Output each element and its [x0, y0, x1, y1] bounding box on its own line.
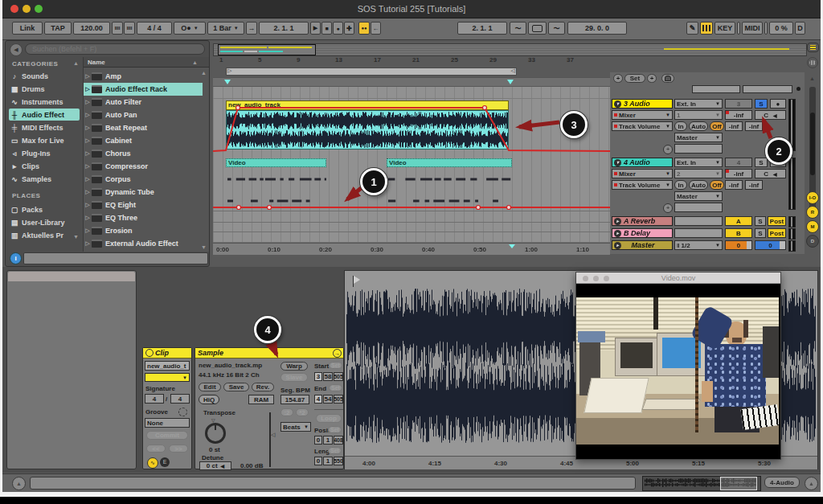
sidebar-item-audio-effect[interactable]: ╫Audio Effect — [9, 109, 80, 121]
expand-icon[interactable]: ▷ — [84, 86, 92, 92]
time-ruler[interactable]: 0:00 0:10 0:20 0:30 0:40 0:50 1:00 1:10 — [213, 243, 610, 255]
returns-section-toggle[interactable]: R — [806, 206, 819, 219]
track4-send-b[interactable]: -inf — [745, 180, 763, 190]
bar-ruler[interactable]: 1 5 9 13 17 21 25 29 33 37 — [213, 56, 805, 66]
overdub-button[interactable]: ✚ — [344, 22, 354, 35]
expand-icon[interactable]: ▷ — [84, 99, 92, 105]
track3-solo-button[interactable]: S — [755, 99, 768, 109]
detune-field[interactable]: 0 ct◀ — [199, 461, 231, 470]
clip-overview[interactable] — [642, 476, 761, 491]
double-tempo-button[interactable]: *2 — [296, 408, 309, 416]
transpose-knob[interactable] — [205, 423, 226, 444]
midi-map-button[interactable]: MIDI — [742, 22, 763, 35]
groove-menu[interactable]: None — [145, 418, 190, 428]
track3-monitor-auto[interactable]: Auto — [689, 121, 708, 131]
master-cue-volume[interactable]: 0 — [725, 240, 752, 250]
warp-mode-menu[interactable]: Beats▼ — [280, 422, 311, 432]
video-window-titlebar[interactable]: Video.mov — [576, 272, 780, 284]
session-view-toggle-icon[interactable] — [807, 43, 819, 52]
signature-denominator[interactable]: 4 — [170, 394, 190, 404]
fold-icon[interactable]: ▸ — [614, 230, 621, 237]
fold-icon[interactable]: ▾ — [614, 100, 621, 108]
start-marker-flag[interactable] — [354, 276, 360, 284]
half-tempo-button[interactable]: :2 — [280, 408, 293, 416]
expand-icon[interactable]: ▷ — [84, 125, 92, 131]
track4-pan-field[interactable]: C◀ — [755, 169, 786, 178]
lock-envelopes-button[interactable] — [661, 74, 674, 83]
io-section-toggle[interactable]: I-O — [806, 191, 819, 204]
returnA-solo-button[interactable]: S — [755, 216, 766, 226]
sidebar-item-current-project[interactable]: ▥Aktuelles Pr — [9, 229, 80, 241]
overview-zoom-box[interactable] — [218, 44, 316, 55]
reverse-button[interactable]: Rev. — [252, 383, 274, 391]
scroll-up-icon[interactable]: ▲ — [73, 60, 79, 66]
track3-device-menu[interactable]: Mixer▼ — [612, 110, 673, 120]
returnB-name[interactable]: ▸B Delay — [612, 228, 673, 238]
start-sixteenths[interactable]: 505 — [334, 372, 343, 381]
start-beats[interactable]: 58 — [323, 372, 333, 381]
returnA-name[interactable]: ▸A Reverb — [612, 216, 673, 226]
fold-icon[interactable]: ▸ — [614, 218, 621, 225]
end-beats[interactable]: 54 — [323, 395, 333, 404]
loop-length-field[interactable]: 29. 0. 0 — [567, 22, 627, 35]
automation-overlay[interactable] — [213, 87, 610, 254]
play-button[interactable]: ▶ — [310, 22, 321, 35]
prev-locator-button[interactable]: + — [613, 74, 623, 83]
clip-name-field[interactable]: new_audio_t — [145, 361, 190, 371]
track-lanes[interactable]: new_audio_track Video Video — [213, 87, 610, 254]
list-item[interactable]: ▷Compressor — [84, 160, 203, 173]
length-beats[interactable]: 1 — [323, 457, 333, 465]
envelope-tab-icon[interactable]: E — [160, 457, 170, 467]
track4-monitor-in[interactable]: In — [674, 180, 687, 190]
length-bars[interactable]: 0 — [314, 457, 322, 465]
track3-send-b[interactable]: -inf — [745, 121, 763, 131]
track3-envelope-menu[interactable]: Track Volume▼ — [612, 121, 673, 131]
show-info-toggle-icon[interactable]: ▲ — [12, 477, 26, 490]
track3-add-automation-button[interactable]: + — [663, 145, 673, 154]
track3-monitor-off[interactable]: Off — [710, 121, 724, 131]
hiq-toggle[interactable]: HiQ — [199, 395, 219, 404]
punch-out-button[interactable]: 〜 — [548, 22, 565, 35]
expand-icon[interactable]: ▷ — [84, 202, 92, 208]
track3-send-a[interactable]: -inf — [725, 121, 743, 131]
locator-marker[interactable] — [224, 80, 231, 84]
browser-collapse-button[interactable]: ◀ — [10, 43, 23, 56]
nudge-down-button[interactable]: IIII — [112, 22, 123, 35]
loop-start-handle[interactable]: ▷ — [227, 68, 231, 74]
nudge-up-button[interactable]: IIII — [124, 22, 135, 35]
list-scroll-down-icon[interactable]: ▼ — [201, 244, 207, 250]
track4-input-menu[interactable]: Ext. In▼ — [674, 158, 723, 167]
expand-icon[interactable]: ▷ — [84, 137, 92, 144]
track3-arm-button[interactable]: ● — [770, 99, 786, 109]
fold-icon[interactable]: ▸ — [614, 242, 621, 249]
draw-mode-button[interactable]: ✎ — [686, 22, 698, 35]
key-map-button[interactable]: KEY — [714, 22, 735, 35]
end-set-button[interactable]: Set — [329, 384, 342, 391]
groove-amount-button[interactable]: O●▼ — [174, 22, 206, 35]
track3-input-menu[interactable]: Ext. In▼ — [674, 99, 723, 109]
list-item-selected[interactable]: ▷Audio Effect Rack — [84, 83, 203, 96]
expand-icon[interactable]: ▷ — [84, 215, 92, 221]
expand-icon[interactable]: ▷ — [84, 112, 92, 118]
sidebar-item-drums[interactable]: ▦Drums — [9, 83, 80, 95]
punch-in-button[interactable]: 〜 — [510, 22, 526, 35]
list-header[interactable]: Name▲ — [84, 57, 209, 68]
sidebar-item-sounds[interactable]: ♪Sounds — [9, 70, 80, 82]
start-bars[interactable]: 3 — [314, 372, 322, 381]
clip-color-chooser[interactable]: ▼ — [145, 373, 190, 382]
list-item[interactable]: ▷Erosion — [84, 224, 203, 237]
delay-section-toggle[interactable]: D — [806, 235, 819, 248]
list-item[interactable]: ▷EQ Eight — [84, 199, 203, 211]
loop-button[interactable]: Loop — [316, 414, 342, 423]
sample-tab-icon[interactable]: ∿ — [147, 457, 158, 469]
track4-send-a[interactable]: -inf — [725, 180, 743, 190]
list-item[interactable]: ▷Auto Pan — [84, 109, 203, 121]
track4-name[interactable]: ▾4 Audio — [612, 158, 673, 167]
expand-icon[interactable]: ▷ — [84, 150, 92, 157]
clip-box-header[interactable]: Clip — [143, 348, 191, 359]
info-icon[interactable]: i — [10, 252, 22, 264]
ram-toggle[interactable]: RAM — [248, 395, 274, 404]
expand-icon[interactable]: ▷ — [84, 189, 92, 195]
follow-button[interactable]: → — [246, 22, 257, 35]
track3-output-menu[interactable]: Master▼ — [674, 133, 723, 142]
